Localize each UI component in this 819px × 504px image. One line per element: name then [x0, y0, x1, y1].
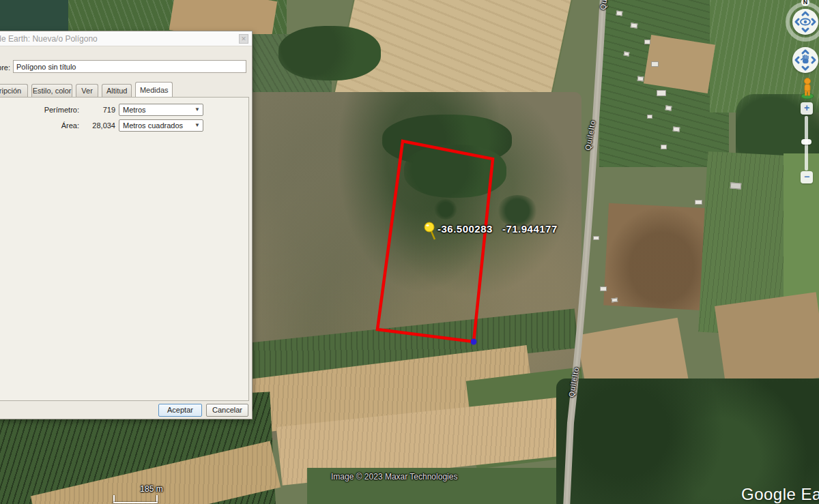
new-polygon-dialog: Google Earth: Nueva/o Polígono ✕ Nombre:…: [0, 31, 253, 419]
dialog-tabs: Descripción Estilo, color Ver Altitud Me…: [0, 84, 174, 98]
eye-pupil: [804, 20, 807, 23]
tab-descripcion[interactable]: Descripción: [0, 84, 28, 97]
google-earth-watermark: Google Earth: [741, 485, 819, 504]
imagery-attribution: Image © 2023 Maxar Technologies: [331, 472, 457, 481]
chevron-down-icon: ▼: [195, 104, 200, 115]
terrain-tan-right: [715, 292, 819, 391]
look-joystick-icon: [792, 9, 818, 35]
tree-cluster: [497, 195, 538, 226]
tab-estilo-color[interactable]: Estilo, color: [31, 84, 72, 97]
close-icon[interactable]: ✕: [239, 34, 248, 44]
polygon-name-input[interactable]: [13, 60, 246, 73]
dialog-title: Google Earth: Nueva/o Polígono: [0, 31, 252, 46]
tab-ver[interactable]: Ver: [76, 84, 98, 97]
chevron-down-icon: ▼: [195, 120, 200, 131]
building: [695, 200, 702, 205]
building: [593, 236, 599, 240]
tab-altitud[interactable]: Altitud: [102, 84, 132, 97]
cancel-button[interactable]: Cancelar: [206, 404, 248, 417]
tab-medidas[interactable]: Medidas: [135, 82, 173, 97]
perimeter-value: 719: [70, 106, 115, 114]
terrain-tan-village: [644, 35, 715, 93]
scale-bar: [113, 502, 158, 503]
tree-cluster: [278, 26, 381, 80]
hand-icon: [801, 55, 809, 63]
google-earth-window: -36.500283 -71.944177 Quilelto Quilelto …: [0, 0, 819, 504]
accept-button[interactable]: Aceptar: [158, 404, 202, 417]
street-label-quilelto: Quilelto: [584, 119, 597, 151]
scale-label: 185 m: [131, 484, 172, 494]
pegman-street-view[interactable]: [800, 76, 815, 100]
perimeter-unit-select[interactable]: Metros ▼: [119, 104, 203, 116]
name-label: Nombre:: [0, 63, 10, 72]
move-joystick-icon: [792, 47, 818, 73]
zoom-in-button[interactable]: +: [801, 102, 813, 115]
perimeter-unit-value: Metros: [123, 106, 146, 114]
area-value: 28,034: [70, 121, 115, 130]
measures-tab-panel: [0, 97, 249, 401]
pushpin-head: [425, 222, 434, 232]
pin-coordinates-label: -36.500283 -71.944177: [437, 223, 558, 235]
zoom-out-button[interactable]: −: [801, 171, 813, 183]
look-joystick[interactable]: [792, 9, 818, 35]
zoom-slider-handle[interactable]: [801, 139, 811, 145]
pegman-icon: [800, 76, 815, 100]
move-joystick[interactable]: [792, 47, 818, 73]
pushpin-highlight: [426, 224, 429, 226]
area-unit-select[interactable]: Metros cuadrados ▼: [119, 119, 203, 132]
tree-cluster: [404, 145, 506, 198]
area-unit-value: Metros cuadrados: [123, 121, 183, 130]
tree: [434, 199, 457, 220]
